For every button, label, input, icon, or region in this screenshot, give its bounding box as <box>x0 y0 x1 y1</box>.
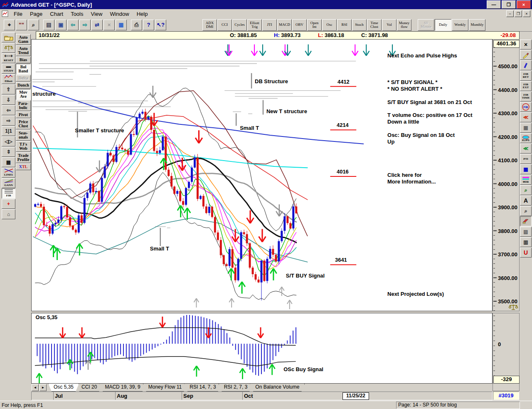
study-pivot-button[interactable]: Pivot <box>16 112 31 118</box>
menu-help[interactable]: Help <box>133 10 152 18</box>
eraser-icon[interactable] <box>520 216 532 226</box>
grid-tool-icon[interactable]: ▦ <box>520 123 532 133</box>
pointer-tool-icon[interactable]: ⌖ <box>4 20 15 30</box>
pti-icon[interactable]: PTI <box>520 154 532 164</box>
flip-page-icon[interactable]: ⇄ <box>91 20 103 30</box>
fib-tool-icon[interactable]: FIB <box>2 188 15 198</box>
study-xtl-button[interactable]: XTL <box>16 164 31 170</box>
fib-retracement-icon[interactable]: FIBRET <box>520 71 532 81</box>
indicator-adx-dmi[interactable]: ADXDMI <box>202 19 217 31</box>
menu-page[interactable]: Page <box>26 10 46 18</box>
restore-button[interactable]: ❐ <box>502 0 516 9</box>
expand-horizontal-icon[interactable]: ◁▷ <box>2 136 15 146</box>
scales-icon[interactable] <box>508 304 518 310</box>
study-delta-button[interactable]: Delta <box>16 75 31 82</box>
zoom-in-icon[interactable]: ⌕ <box>520 206 532 216</box>
scroll-right-icon[interactable]: ⇨ <box>2 116 15 126</box>
mdi-child-icon[interactable] <box>2 10 8 17</box>
mdi-restore-icon[interactable]: ❐ <box>515 10 522 17</box>
timeframe-60-minute[interactable]: 60Minute <box>418 19 434 31</box>
study-auto-gann-button[interactable]: AutoGann <box>16 34 31 45</box>
indicator-open-int[interactable]: OpenInt <box>307 19 322 31</box>
snapshot-icon[interactable]: ⌂ <box>2 209 15 219</box>
indicator-money-flow[interactable]: Moneyflow <box>397 19 411 31</box>
tab-rsi-14--7--3[interactable]: RSI 14, 7, 3 <box>184 384 221 392</box>
study-mov-ave-button[interactable]: MovAve <box>16 89 31 100</box>
mdi-minimize-icon[interactable]: – <box>506 10 514 17</box>
tab-cci-20[interactable]: CCI 20 <box>76 384 102 392</box>
scale-one-one-icon[interactable]: 1|1 <box>2 126 15 136</box>
indicator-rsi[interactable]: RSI <box>337 19 352 31</box>
copy-pages-icon[interactable]: ▥ <box>520 237 532 247</box>
menu-tools[interactable]: Tools <box>67 10 87 18</box>
tab-scroll-left-icon[interactable]: ◄ <box>32 384 39 391</box>
indicator-osc[interactable]: Osc <box>322 19 337 31</box>
cursor-date-box[interactable]: 11/25/22 <box>342 392 369 400</box>
study-auto-trend-button[interactable]: AutoTrend <box>16 45 31 56</box>
tab-rsi-2--7--3[interactable]: RSI 2, 7, 3 <box>219 384 253 392</box>
timeframe-weekly[interactable]: Weekly <box>452 19 468 31</box>
timeframe-daily[interactable]: Daily <box>435 19 451 31</box>
indicator-cycles[interactable]: Cycles <box>232 19 247 31</box>
more-information-link[interactable]: More Information... <box>387 178 436 185</box>
indicator-macd[interactable]: MACD <box>277 19 292 31</box>
indicator-time-clust[interactable]: TimeClust <box>367 19 382 31</box>
mdi-close-icon[interactable]: × <box>523 10 530 17</box>
elliott-waves-icon[interactable]: Elliott <box>2 74 15 84</box>
indicator-obv[interactable]: OBV <box>292 19 307 31</box>
menu-chart[interactable]: Chart <box>46 10 67 18</box>
fan-lines-icon[interactable]: ≪ <box>520 112 532 122</box>
fib-circle-icon[interactable]: FIB <box>520 102 532 112</box>
angle-lines-icon[interactable]: ≪ <box>520 144 532 154</box>
fib-extension-icon[interactable]: FIBEXT <box>520 81 532 91</box>
menu-window[interactable]: Window <box>106 10 133 18</box>
mob-tool-icon[interactable]: MOB <box>520 175 532 185</box>
oscillator-panel[interactable]: Osc 5,35OSc Buy Signal <box>31 313 493 384</box>
study-para--bolic-button[interactable]: Para-bolic <box>16 100 31 111</box>
close-study-icon[interactable]: × <box>520 40 532 50</box>
magnet-icon[interactable]: U <box>520 248 532 258</box>
scroll-up-icon[interactable]: ⇧ <box>2 84 15 94</box>
tab-scroll-right-icon[interactable]: ► <box>39 384 47 391</box>
page-back-icon[interactable]: ⇦ <box>67 20 79 30</box>
main-chart[interactable]: structureSmaller T structureDB Structure… <box>31 39 493 311</box>
study-price-clust-button[interactable]: PriceClust <box>16 119 31 129</box>
new-page-icon[interactable]: ▤ <box>43 20 54 30</box>
menu-view[interactable]: View <box>87 10 106 18</box>
expand-vertical-icon[interactable]: ⇕ <box>2 147 15 157</box>
page-forward-icon[interactable]: ⇨ <box>79 20 91 30</box>
more-information-link[interactable]: Click here for <box>387 172 422 178</box>
tab-osc-5-35[interactable]: Osc 5,35 <box>48 384 79 392</box>
text-tool-icon[interactable]: A <box>520 196 532 206</box>
table-tool-icon[interactable]: ▦ <box>520 164 532 174</box>
context-help-icon[interactable]: ↖? <box>155 20 166 30</box>
tab-money-flow-11[interactable]: Money Flow 11 <box>143 384 187 392</box>
tab-macd-19--39--9[interactable]: MACD 19, 39, 9 <box>99 384 145 392</box>
study-donch-button[interactable]: Donch <box>16 82 31 89</box>
save-icon[interactable]: ▣ <box>55 20 66 30</box>
lines-tool-icon[interactable]: LINES <box>2 168 15 178</box>
pattern-fill-icon[interactable]: ▩ <box>2 157 15 167</box>
crosshair-icon[interactable]: + <box>2 199 15 209</box>
scroll-down-icon[interactable]: ⇩ <box>2 95 15 105</box>
indicator-vol[interactable]: Vol <box>382 19 397 31</box>
print-icon[interactable]: ⎙ <box>131 20 142 30</box>
close-button[interactable]: × <box>517 0 531 9</box>
tab-on-balance-volume[interactable]: On Balance Volume <box>250 384 305 392</box>
scroll-left-icon[interactable]: ⇦ <box>2 105 15 115</box>
indicator-cci[interactable]: CCI <box>217 19 232 31</box>
gann-tool-icon[interactable]: GANN <box>2 178 15 188</box>
parallel-lines-icon[interactable]: ∥ <box>520 60 532 70</box>
ellipse-tool-icon[interactable]: ELIPS <box>520 133 532 143</box>
zoom-value-icon[interactable]: ⌕ <box>520 185 532 195</box>
study-bias-button[interactable]: Bias <box>16 57 31 63</box>
chart-scales-icon[interactable] <box>2 43 15 53</box>
study-tj-s-web-button[interactable]: TJ'sWeb <box>16 141 31 152</box>
quotes-icon[interactable]: ”” <box>16 20 27 30</box>
indicator-elliott-trig[interactable]: ElliottTrig <box>247 19 262 31</box>
study-trade-profile-button[interactable]: TradeProfile <box>16 152 31 163</box>
timeframe-monthly[interactable]: Monthly <box>469 19 485 31</box>
pencil-tool-icon[interactable] <box>520 50 532 60</box>
study-tool-icon[interactable]: ▬STUDY <box>2 64 15 74</box>
indicator-stoch[interactable]: Stoch <box>352 19 367 31</box>
